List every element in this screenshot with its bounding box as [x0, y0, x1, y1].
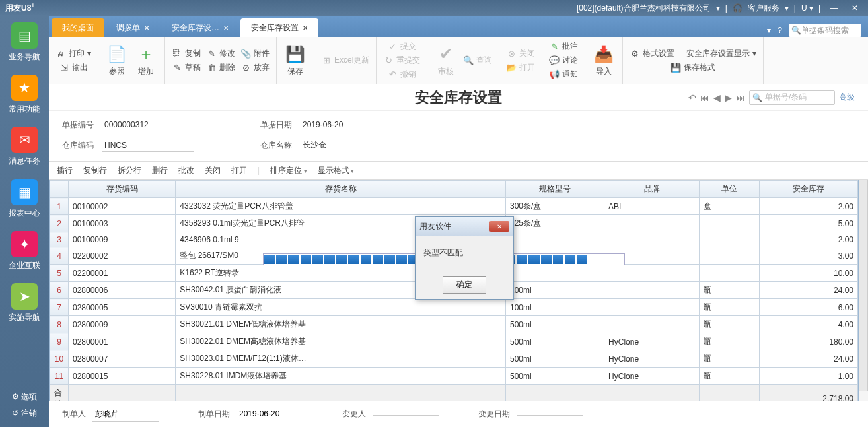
undo-button[interactable]: ↶: [688, 92, 696, 103]
sidebar-item-message[interactable]: ✉消息任务: [0, 127, 49, 167]
close-row[interactable]: 关闭: [205, 165, 221, 176]
col-qty[interactable]: 安全库存: [759, 181, 857, 198]
revoke-button[interactable]: ↶撤销: [380, 68, 423, 81]
date-field[interactable]: 2019-06-20: [300, 119, 392, 131]
dialog-titlebar[interactable]: 用友软件 ✕: [416, 217, 513, 236]
display-button[interactable]: 安全库存设置显示 ▾: [684, 48, 759, 60]
sort-dropdown[interactable]: 排序定位: [270, 165, 307, 176]
sidebar-logout[interactable]: ↺ 注销: [0, 405, 49, 422]
cdate-label: 变更日期: [478, 409, 510, 420]
sidebar-options[interactable]: ⚙ 选项: [0, 389, 49, 405]
format-button[interactable]: ⚙格式设置: [627, 48, 677, 60]
save-format-button[interactable]: 💾保存格式: [627, 61, 759, 74]
service-link[interactable]: 客户服务: [748, 3, 779, 14]
ribbon-toolbar: 🖨打印 ▾ ⇲输出 📄参照 ＋增加 ⿻复制 ✎草稿 ✎修改 🗑删除 📎附件 ⊘放…: [49, 37, 868, 84]
reference-icon: 📄: [106, 44, 127, 65]
close-doc-button[interactable]: ⊗关闭: [503, 48, 538, 60]
help-icon[interactable]: ?: [778, 26, 782, 35]
discuss-button[interactable]: 💬讨论: [546, 54, 581, 67]
submit-button[interactable]: ✓提交: [380, 40, 423, 53]
tab-transfer[interactable]: 调拨单✕: [106, 18, 160, 37]
prev-button[interactable]: ◀: [713, 92, 721, 103]
abandon-button[interactable]: ⊘放弃: [238, 61, 272, 74]
verify-button[interactable]: ✔审核: [431, 42, 460, 79]
batch-edit[interactable]: 批改: [178, 165, 194, 176]
first-button[interactable]: ⏮: [700, 92, 709, 103]
dialog-ok-button[interactable]: 确定: [443, 276, 486, 294]
close-icon[interactable]: ✕: [144, 24, 149, 32]
copy-button[interactable]: ⿻复制: [169, 48, 203, 60]
draft-button[interactable]: ✎草稿: [169, 61, 203, 74]
inner-toolbar: 插行 复制行 拆分行 删行 批改 关闭 打开 | 排序定位 显示格式: [49, 161, 868, 180]
del-row[interactable]: 删行: [152, 165, 168, 176]
notify-button[interactable]: 📢通知: [546, 68, 581, 81]
table-row[interactable]: 1102800015SH30228.01 IMDM液体培养基500mlHyClo…: [50, 368, 858, 385]
attach-button[interactable]: 📎附件: [238, 48, 272, 60]
last-button[interactable]: ⏭: [736, 92, 745, 103]
display-dropdown[interactable]: 显示格式: [318, 165, 355, 176]
doc-search[interactable]: 🔍单据号/条码: [749, 90, 835, 105]
tab-safestock2[interactable]: 安全库存设置✕: [240, 18, 318, 37]
maker-field[interactable]: 彭晓芹: [92, 407, 159, 422]
col-unit[interactable]: 单位: [700, 181, 759, 198]
reference-button[interactable]: 📄参照: [102, 42, 131, 79]
sidebar-item-impl[interactable]: ➤实施导航: [0, 283, 49, 323]
open-row[interactable]: 打开: [231, 165, 247, 176]
vertical-scrollbar[interactable]: [859, 180, 868, 391]
minimize-button[interactable]: —: [826, 2, 842, 14]
col-name[interactable]: 存货名称: [176, 181, 506, 198]
next-button[interactable]: ▶: [725, 92, 732, 103]
titlebar: 用友U8+ [002](default)合肥兰杰柯科技有限公司 ▾ | 🎧 客户…: [0, 0, 868, 16]
tab-safestock1[interactable]: 安全库存设…✕: [161, 18, 239, 37]
add-button[interactable]: ＋增加: [131, 42, 161, 79]
excel-button[interactable]: ⊞Excel更新: [318, 54, 372, 67]
col-brand[interactable]: 品牌: [604, 181, 700, 198]
insert-row[interactable]: 插行: [57, 165, 73, 176]
resubmit-button[interactable]: ↻重提交: [380, 54, 423, 67]
query-button[interactable]: 🔍查询: [460, 54, 495, 67]
changer-field[interactable]: [373, 412, 439, 416]
dropdown-icon[interactable]: ▾: [767, 26, 771, 35]
table-row[interactable]: 702800005SV30010 青链霉素双抗100ml瓶6.00: [50, 299, 858, 316]
col-code[interactable]: 存货编码: [69, 181, 176, 198]
sidebar-item-common[interactable]: ★常用功能: [0, 75, 49, 115]
whcode-field[interactable]: HNCS: [102, 139, 194, 152]
advanced-link[interactable]: 高级: [839, 92, 855, 103]
mdate-field[interactable]: 2019-06-20: [236, 408, 303, 420]
import-button[interactable]: 📥导入: [589, 42, 618, 79]
save-button[interactable]: 💾保存: [281, 42, 310, 79]
u-icon[interactable]: U ▾: [801, 3, 813, 13]
barcode-search[interactable]: 🔍 单据条码搜索: [789, 24, 861, 37]
verify-icon: ✔: [435, 44, 456, 65]
table-row[interactable]: 802800009SH30021.01 DMEM低糖液体培养基500ml瓶4.0…: [50, 316, 858, 333]
cdate-field[interactable]: [517, 412, 583, 416]
code-field[interactable]: 0000000312: [102, 119, 194, 131]
sidebar-item-connect[interactable]: ✦企业互联: [0, 231, 49, 271]
col-spec[interactable]: 规格型号: [505, 181, 604, 198]
dialog-close-button[interactable]: ✕: [489, 221, 509, 232]
print-button[interactable]: 🖨打印 ▾: [53, 48, 94, 60]
dropdown-icon[interactable]: ▾: [785, 3, 789, 13]
output-button[interactable]: ⇲输出: [53, 61, 94, 74]
delete-button[interactable]: 🗑删除: [203, 61, 238, 74]
table-row[interactable]: 1002800007SH30023.01 DMEM/F12(1:1)液体…500…: [50, 350, 858, 368]
whcode-label: 仓库编码: [62, 140, 102, 151]
sidebar-item-report[interactable]: ▦报表中心: [0, 179, 49, 219]
sidebar-item-biznav[interactable]: ▤业务导航: [0, 22, 49, 63]
split-row[interactable]: 拆分行: [118, 165, 141, 176]
table-row[interactable]: 1001000024323032 荧光定量PCR八排管盖300条/盒ABI盒2.…: [50, 198, 858, 215]
table-row[interactable]: 902800001SH30022.01 DMEM高糖液体培养基500mlHyCl…: [50, 333, 858, 350]
dropdown-icon[interactable]: ▾: [716, 3, 720, 13]
close-button[interactable]: ✕: [847, 2, 863, 14]
close-icon[interactable]: ✕: [223, 24, 229, 32]
modify-button[interactable]: ✎修改: [203, 48, 238, 60]
tab-desktop[interactable]: 我的桌面: [52, 18, 104, 37]
copy-row[interactable]: 复制行: [83, 165, 107, 176]
search-icon: 🔍: [752, 93, 762, 102]
company-name[interactable]: [002](default)合肥兰杰柯科技有限公司: [577, 3, 711, 14]
open-doc-button[interactable]: 📂打开: [503, 61, 538, 74]
approve-button[interactable]: ✎批注: [546, 40, 581, 53]
date-label: 单据日期: [260, 119, 300, 131]
whname-field[interactable]: 长沙仓: [300, 138, 392, 152]
close-icon[interactable]: ✕: [303, 24, 308, 32]
